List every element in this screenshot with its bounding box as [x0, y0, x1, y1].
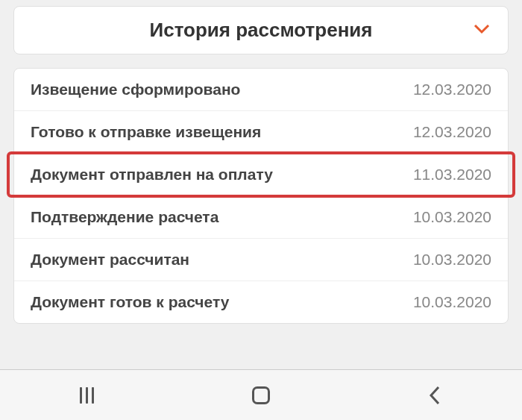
history-list: Извещение сформировано 12.03.2020 Готово… [13, 68, 509, 324]
history-item-label: Извещение сформировано [31, 81, 240, 98]
history-item-date: 12.03.2020 [413, 81, 491, 98]
history-item-date: 12.03.2020 [413, 123, 491, 141]
home-icon [252, 386, 270, 404]
history-item-date: 11.03.2020 [413, 166, 491, 184]
history-item[interactable]: Подтверждение расчета 10.03.2020 [14, 196, 508, 239]
nav-home-button[interactable] [231, 380, 291, 410]
history-item-label: Документ рассчитан [31, 251, 189, 269]
history-header[interactable]: История рассмотрения [13, 6, 509, 54]
history-item-label: Документ готов к расчету [31, 293, 229, 311]
android-navbar [0, 369, 522, 420]
history-item[interactable]: Документ готов к расчету 10.03.2020 [14, 281, 508, 323]
nav-back-button[interactable] [405, 380, 465, 410]
recent-apps-icon [80, 387, 94, 404]
history-item-date: 10.03.2020 [413, 251, 491, 269]
history-item-highlighted[interactable]: Документ отправлен на оплату 11.03.2020 [14, 154, 508, 196]
history-item-label: Подтверждение расчета [31, 208, 218, 226]
chevron-down-icon [474, 23, 490, 38]
history-item-label: Готово к отправке извещения [31, 123, 261, 141]
back-icon [428, 386, 441, 405]
history-item[interactable]: Документ рассчитан 10.03.2020 [14, 239, 508, 281]
history-item[interactable]: Извещение сформировано 12.03.2020 [14, 69, 508, 111]
history-item-date: 10.03.2020 [413, 208, 491, 226]
history-title: История рассмотрения [32, 19, 490, 42]
history-item[interactable]: Готово к отправке извещения 12.03.2020 [14, 111, 508, 154]
history-item-label: Документ отправлен на оплату [31, 166, 273, 184]
nav-recent-button[interactable] [57, 380, 117, 410]
history-item-date: 10.03.2020 [413, 293, 491, 311]
